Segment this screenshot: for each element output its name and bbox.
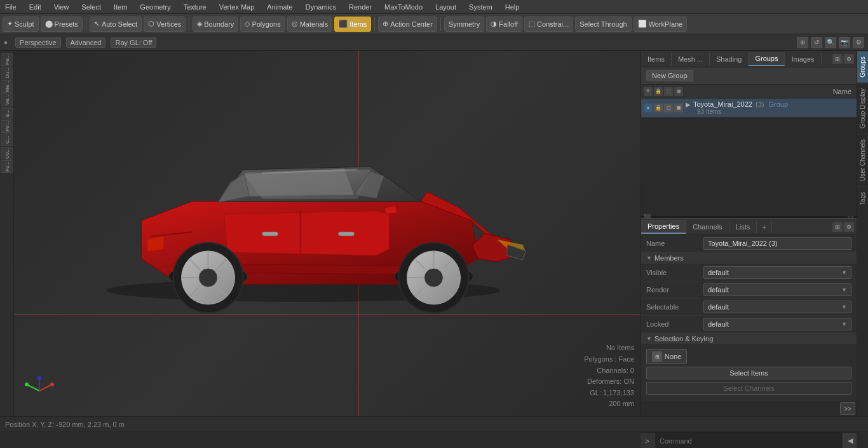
select-through-button[interactable]: Select Through xyxy=(575,17,631,32)
menu-view[interactable]: View xyxy=(51,2,72,12)
svg-point-4 xyxy=(424,268,444,287)
command-bar-spacer xyxy=(0,432,641,448)
viewport-bar: ● Perspective Advanced Ray GL: Off ⊕ ↺ 🔍… xyxy=(0,34,868,51)
size-label: 200 mm xyxy=(584,398,634,410)
constraints-button[interactable]: ⬚ Constrai... xyxy=(524,17,573,32)
sidebar-item-dup[interactable]: Du... xyxy=(1,67,13,79)
menu-system[interactable]: System xyxy=(466,2,495,12)
sidebar-item-e[interactable]: E... xyxy=(1,107,13,119)
prop-tab-plus[interactable]: + xyxy=(757,221,771,233)
prop-settings-icon[interactable]: ⚙ xyxy=(844,222,854,232)
tab-shading[interactable]: Shading xyxy=(710,53,749,65)
prop-maximize-icon[interactable]: ⊞ xyxy=(832,222,843,232)
tab-settings-icon[interactable]: ⚙ xyxy=(844,54,854,64)
rotate-icon[interactable]: ↺ xyxy=(811,37,822,48)
sidebar-item-pol[interactable]: Po... xyxy=(1,120,13,133)
menu-edit[interactable]: Edit xyxy=(27,2,44,12)
auto-select-button[interactable]: ↖ Auto Select xyxy=(90,17,142,32)
settings-icon[interactable]: ⚙ xyxy=(853,37,864,48)
none-button[interactable]: ⊞ None xyxy=(646,349,687,364)
sel-keying-area: ⊞ None Select Items Select Channels xyxy=(641,345,857,401)
tab-images[interactable]: Images xyxy=(785,53,821,65)
materials-button[interactable]: ◎ Materials xyxy=(287,17,333,32)
vtab-user-channels[interactable]: User Channels xyxy=(857,133,868,186)
prop-tab-properties[interactable]: Properties xyxy=(641,220,686,234)
viewport[interactable]: No Items Polygons : Face Channels: 0 Def… xyxy=(14,51,641,416)
menu-item[interactable]: Item xyxy=(111,2,130,12)
group-vis-icon[interactable]: ◼ xyxy=(674,104,683,112)
prop-locked-select[interactable]: default ▼ xyxy=(703,318,851,330)
prop-tab-lists[interactable]: Lists xyxy=(729,221,757,233)
section-sel-collapse-icon[interactable]: ▼ xyxy=(646,336,652,342)
main-toolbar: ✦ Sculpt ⬤ Presets ↖ Auto Select ⬡ Verti… xyxy=(0,14,868,34)
camera-icon[interactable]: 📷 xyxy=(839,37,850,48)
falloff-button[interactable]: ◑ Falloff xyxy=(486,17,522,32)
none-icon: ⊞ xyxy=(652,351,662,362)
tab-mesh[interactable]: Mesh ... xyxy=(672,53,710,65)
work-plane-button[interactable]: ⬜ WorkPlane xyxy=(634,17,688,32)
vertices-button[interactable]: ⬡ Vertices xyxy=(144,17,186,32)
tab-groups[interactable]: Groups xyxy=(749,52,785,66)
groups-header: New Group xyxy=(641,67,857,85)
menu-help[interactable]: Help xyxy=(503,2,522,12)
menu-layout[interactable]: Layout xyxy=(433,2,459,12)
menu-select[interactable]: Select xyxy=(79,2,104,12)
viewport-controls: ⊕ ↺ 🔍 📷 ⚙ xyxy=(797,37,864,48)
group-item-toyota[interactable]: ● 🔒 ◻ ◼ ▶ Toyota_Mirai_2022 (3) Group 9 xyxy=(641,98,857,118)
perspective-tag[interactable]: Perspective xyxy=(15,37,60,48)
menu-vertex-map[interactable]: Vertex Map xyxy=(217,2,257,12)
vtab-group-display[interactable]: Group Display xyxy=(857,83,868,133)
svg-point-16 xyxy=(199,268,218,287)
menu-dynamics[interactable]: Dynamics xyxy=(303,2,339,12)
select-arrow-icon-4: ▼ xyxy=(841,321,847,327)
polygons-button[interactable]: ◇ Polygons xyxy=(240,17,285,32)
sidebar-item-pe[interactable]: Pe... xyxy=(1,53,13,66)
deformers-label: Deformers: ON xyxy=(584,376,634,388)
items-button[interactable]: ⬛ Items xyxy=(334,17,371,32)
sidebar-item-mesh[interactable]: Me... xyxy=(1,80,13,93)
prop-selectable-select[interactable]: default ▼ xyxy=(703,301,851,313)
ray-gl-tag[interactable]: Ray GL: Off xyxy=(111,37,156,48)
select-channels-button[interactable]: Select Channels xyxy=(646,382,851,395)
menu-file[interactable]: File xyxy=(3,2,19,12)
group-item-text: ▶ Toyota_Mirai_2022 (3) Group 93 Items xyxy=(686,100,788,115)
col-icon-group: 👁 🔒 ◻ ◼ xyxy=(644,87,683,96)
command-prompt: > xyxy=(641,433,654,448)
sculpt-button[interactable]: ✦ Sculpt xyxy=(3,17,39,32)
vtab-tags[interactable]: Tags xyxy=(857,186,868,210)
vtab-groups[interactable]: Groups xyxy=(857,51,868,83)
sidebar-item-fu[interactable]: Fu... xyxy=(1,160,13,173)
action-center-button[interactable]: ⊕ Action Center xyxy=(378,17,437,32)
tab-maximize-icon[interactable]: ⊞ xyxy=(832,54,843,64)
prop-tab-channels[interactable]: Channels xyxy=(686,221,729,233)
expand-button[interactable]: >> xyxy=(840,402,855,415)
group-render-icon[interactable]: ◻ xyxy=(664,104,673,112)
separator-4 xyxy=(440,17,441,31)
menu-render[interactable]: Render xyxy=(346,2,374,12)
menu-animate[interactable]: Animate xyxy=(264,2,295,12)
sidebar-item-ver[interactable]: Ve... xyxy=(1,93,13,106)
zoom-icon[interactable]: 🔍 xyxy=(825,37,836,48)
group-lock-icon[interactable]: 🔒 xyxy=(654,104,663,112)
prop-render-select[interactable]: default ▼ xyxy=(703,283,851,296)
menu-geometry[interactable]: Geometry xyxy=(137,2,173,12)
boundary-button[interactable]: ◈ Boundary xyxy=(193,17,238,32)
symmetry-button[interactable]: Symmetry xyxy=(444,17,485,32)
move-icon[interactable]: ⊕ xyxy=(797,37,808,48)
prop-name-input[interactable] xyxy=(703,237,851,250)
sidebar-item-uv[interactable]: UV... xyxy=(1,147,13,160)
menu-maxtomodo[interactable]: MaxToModo xyxy=(382,2,425,12)
prop-visible-select[interactable]: default ▼ xyxy=(703,266,851,279)
select-items-button[interactable]: Select Items xyxy=(646,367,851,379)
separator-3 xyxy=(374,17,375,31)
advanced-tag[interactable]: Advanced xyxy=(66,37,106,48)
command-end-button[interactable]: ◀ xyxy=(843,433,857,448)
group-eye-icon[interactable]: ● xyxy=(644,104,653,112)
sidebar-item-c[interactable]: C... xyxy=(1,133,13,146)
command-input[interactable] xyxy=(654,433,843,448)
section-collapse-icon[interactable]: ▼ xyxy=(646,255,652,261)
tab-items[interactable]: Items xyxy=(641,53,672,65)
new-group-button[interactable]: New Group xyxy=(646,70,693,81)
menu-texture[interactable]: Texture xyxy=(181,2,209,12)
presets-button[interactable]: ⬤ Presets xyxy=(41,17,83,32)
